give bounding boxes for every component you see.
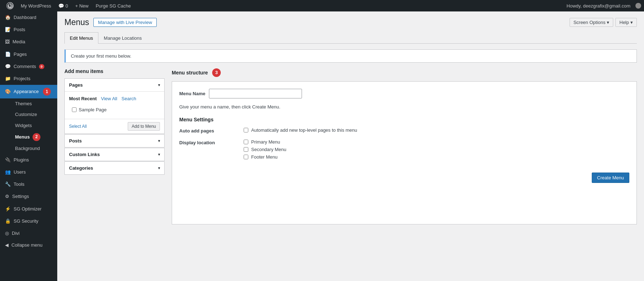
- collapse-menu-item[interactable]: ◀ Collapse menu: [0, 239, 57, 251]
- sidebar-label-pages: Pages: [14, 51, 27, 58]
- sidebar-label-comments: Comments: [14, 63, 36, 70]
- purge-cache-item[interactable]: Purge SG Cache: [92, 0, 134, 11]
- plugins-icon: 🔌: [5, 157, 11, 163]
- page-sample-item: Sample Page: [69, 105, 160, 115]
- auto-add-checkbox-row: Automatically add new top-level pages to…: [244, 127, 629, 133]
- pages-tab-links: Most Recent View All Search: [69, 96, 160, 101]
- customize-label: Customize: [15, 112, 37, 117]
- display-location-content: Primary Menu Secondary Menu Footer Menu: [244, 139, 629, 162]
- sidebar-item-plugins[interactable]: 🔌 Plugins: [0, 154, 57, 166]
- sidebar-item-tools[interactable]: 🔧 Tools: [0, 178, 57, 190]
- menu-structure-header: Menu structure 3: [172, 68, 637, 77]
- pages-tab-most-recent[interactable]: Most Recent: [69, 96, 97, 101]
- sidebar-subitem-menus[interactable]: Menus 2: [0, 131, 57, 143]
- sidebar-label-appearance: Appearance: [14, 88, 39, 95]
- admin-bar-right: Howdy, deezgrafix@gmail.com: [563, 3, 641, 9]
- auto-add-content: Automatically add new top-level pages to…: [244, 127, 629, 135]
- dashboard-icon: 🏠: [5, 14, 11, 21]
- sidebar-label-media: Media: [13, 39, 25, 45]
- sidebar-item-users[interactable]: 👥 Users: [0, 166, 57, 178]
- tab-bar: Edit Menus Manage Locations: [64, 32, 637, 44]
- site-name-item[interactable]: My WordPress: [17, 0, 55, 11]
- secondary-menu-label: Secondary Menu: [251, 147, 286, 152]
- sidebar-subitem-themes[interactable]: Themes: [0, 98, 57, 109]
- sidebar-item-comments[interactable]: 💬 Comments 0: [0, 60, 57, 73]
- sidebar-label-divi: Divi: [12, 230, 20, 237]
- posts-accordion: Posts ▾: [64, 134, 165, 147]
- sidebar-item-posts[interactable]: 📝 Posts: [0, 24, 57, 36]
- tab-edit-menus[interactable]: Edit Menus: [64, 32, 98, 44]
- site-name-label: My WordPress: [21, 3, 51, 9]
- sidebar-item-sg-optimizer[interactable]: ⚡ SG Optimizer: [0, 203, 57, 215]
- sidebar-label-settings: Settings: [12, 193, 29, 200]
- comment-icon: 💬: [58, 3, 64, 9]
- categories-chevron-icon: ▾: [158, 166, 160, 170]
- menus-label: Menus: [15, 134, 30, 140]
- sidebar-item-media[interactable]: 🖼 Media: [0, 36, 57, 48]
- pages-tab-view-all[interactable]: View All: [101, 96, 117, 101]
- sidebar-subitem-customize[interactable]: Customize: [0, 109, 57, 120]
- menu-hint: Give your menu a name, then click Create…: [179, 104, 629, 110]
- add-to-menu-button[interactable]: Add to Menu: [128, 122, 160, 131]
- primary-menu-row: Primary Menu: [244, 139, 629, 145]
- collapse-label: Collapse menu: [11, 242, 43, 248]
- secondary-menu-checkbox[interactable]: [244, 147, 248, 152]
- media-icon: 🖼: [5, 39, 10, 45]
- sidebar-item-sg-security[interactable]: 🔒 SG Security: [0, 215, 57, 227]
- page-sample-checkbox[interactable]: [72, 107, 77, 112]
- page-sample-label: Sample Page: [79, 107, 107, 112]
- sidebar-item-divi[interactable]: ◎ Divi: [0, 227, 57, 239]
- sidebar-item-appearance[interactable]: 🎨 Appearance 1: [0, 85, 57, 98]
- primary-menu-label: Primary Menu: [251, 139, 280, 145]
- wp-logo-item[interactable]: [3, 0, 17, 11]
- menu-name-row: Menu Name: [179, 89, 629, 98]
- footer-menu-label: Footer Menu: [251, 154, 278, 160]
- comments-item[interactable]: 💬 0: [55, 0, 72, 11]
- collapse-icon: ◀: [5, 242, 9, 248]
- sidebar-subitem-background[interactable]: Background: [0, 143, 57, 154]
- comments-badge: 0: [39, 64, 44, 69]
- categories-accordion-header[interactable]: Categories ▾: [65, 162, 164, 174]
- menu-structure-title: Menu structure: [172, 70, 208, 76]
- custom-links-accordion-header[interactable]: Custom Links ▾: [65, 148, 164, 161]
- live-preview-button[interactable]: Manage with Live Preview: [93, 18, 157, 27]
- menu-settings-title: Menu Settings: [179, 117, 629, 122]
- create-menu-button[interactable]: Create Menu: [592, 173, 629, 183]
- sidebar-subitem-widgets[interactable]: Widgets: [0, 120, 57, 131]
- sidebar-item-settings[interactable]: ⚙ Settings: [0, 190, 57, 203]
- create-menu-footer: Create Menu: [179, 169, 629, 183]
- help-label: Help: [619, 20, 629, 25]
- sg-optimizer-icon: ⚡: [5, 206, 11, 212]
- add-menu-items-title: Add menu items: [64, 68, 165, 74]
- sidebar-label-users: Users: [14, 169, 26, 175]
- sidebar-label-tools: Tools: [14, 181, 24, 188]
- footer-menu-row: Footer Menu: [244, 154, 629, 160]
- themes-label: Themes: [15, 101, 32, 106]
- pages-accordion-header[interactable]: Pages ▾: [65, 79, 164, 91]
- screen-options-button[interactable]: Screen Options ▾: [570, 18, 614, 27]
- sidebar-item-pages[interactable]: 📄 Pages: [0, 48, 57, 60]
- layout: 🏠 Dashboard 📝 Posts 🖼 Media 📄 Pages 💬 Co…: [0, 11, 644, 281]
- help-button[interactable]: Help ▾: [615, 18, 637, 27]
- right-panel: Menu structure 3 Menu Name Give your men…: [172, 68, 637, 224]
- sidebar-label-projects: Projects: [14, 76, 30, 82]
- auto-add-checkbox[interactable]: [244, 128, 248, 132]
- posts-accordion-header[interactable]: Posts ▾: [65, 135, 164, 147]
- tab-manage-locations[interactable]: Manage Locations: [98, 32, 147, 44]
- categories-accordion: Categories ▾: [64, 161, 165, 175]
- sidebar-item-projects[interactable]: 📁 Projects: [0, 73, 57, 85]
- sidebar-item-dashboard[interactable]: 🏠 Dashboard: [0, 11, 57, 24]
- categories-accordion-label: Categories: [69, 165, 93, 171]
- select-all-link[interactable]: Select All: [69, 124, 87, 129]
- new-item[interactable]: + New: [72, 0, 92, 11]
- primary-menu-checkbox[interactable]: [244, 140, 248, 144]
- two-col-layout: Add menu items Pages ▾ Most Recent View …: [64, 68, 637, 224]
- custom-links-accordion-label: Custom Links: [69, 152, 100, 157]
- auto-add-checkbox-label: Automatically add new top-level pages to…: [251, 127, 357, 133]
- pages-tab-search[interactable]: Search: [122, 96, 136, 101]
- background-label: Background: [15, 146, 40, 151]
- posts-accordion-label: Posts: [69, 138, 82, 144]
- footer-menu-checkbox[interactable]: [244, 155, 248, 159]
- display-location-label: Display location: [179, 139, 236, 145]
- menu-name-input[interactable]: [209, 89, 302, 98]
